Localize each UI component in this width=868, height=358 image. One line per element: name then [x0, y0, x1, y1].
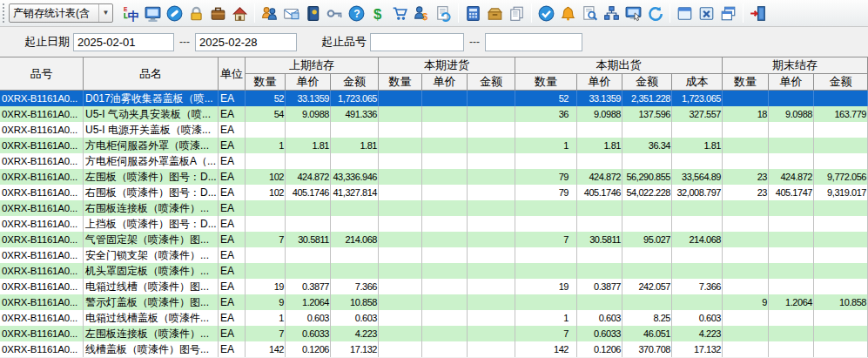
toolbar-grip[interactable] [2, 3, 5, 23]
column-header[interactable]: 数量 [246, 74, 286, 91]
item-name-cell: 右围板（喷漆件）图号：D... [84, 185, 219, 200]
table-row[interactable]: 0XRX-B1161A0...气管固定架（喷漆件）图...EA730.58112… [0, 232, 868, 247]
column-header[interactable]: 单价 [769, 74, 814, 91]
column-header[interactable]: 数量 [515, 74, 577, 91]
copy-icon[interactable] [508, 4, 526, 23]
help-icon[interactable]: ? [347, 4, 366, 23]
refresh-icon[interactable] [646, 4, 664, 23]
value-cell [723, 326, 769, 341]
home-icon[interactable] [231, 4, 249, 23]
column-header[interactable]: 数量 [723, 74, 769, 91]
value-cell [331, 122, 379, 138]
unit-cell: EA [219, 91, 246, 106]
value-cell [769, 326, 814, 341]
column-header[interactable]: 单位 [219, 57, 246, 91]
date-from-input[interactable] [73, 33, 174, 51]
item-from-input[interactable] [370, 33, 464, 51]
table-row[interactable]: 0XRX-B1161A0...电箱过线槽（喷漆件）图...EA190.38777… [0, 279, 868, 294]
drawer-icon[interactable] [486, 4, 504, 23]
item-name-cell: U5-I 电源开关盖板（喷漆... [84, 122, 219, 138]
users-icon[interactable] [260, 4, 279, 23]
item-no-cell: 0XRX-B1161A0... [0, 263, 84, 279]
value-cell: 54,022.228 [622, 185, 672, 200]
doc-refresh-icon[interactable] [434, 4, 453, 23]
cart-icon[interactable] [391, 4, 409, 23]
column-header[interactable]: 品号 [0, 57, 84, 91]
mail-icon[interactable] [282, 4, 300, 23]
lock-icon[interactable] [187, 4, 205, 23]
table-row[interactable]: 0XRX-B1161A0...机头罩固定板（喷漆件）...EA [0, 263, 868, 279]
dollar-icon[interactable]: $ [369, 4, 387, 23]
svg-text:?: ? [353, 7, 360, 19]
doc-search-icon[interactable] [581, 4, 599, 23]
cascade-icon[interactable] [719, 4, 737, 23]
value-cell: 18 [723, 106, 769, 122]
close-window-icon[interactable] [697, 4, 716, 23]
column-header[interactable]: 品名 [84, 57, 219, 91]
value-cell: 1.81 [672, 138, 723, 153]
item-name-cell: 气管固定架（喷漆件）图... [84, 232, 219, 247]
value-cell [769, 153, 814, 169]
item-name-cell: 左围板（喷漆件）图号：D... [84, 169, 219, 185]
table-row[interactable]: 0XRX-B1161A0...方电柜伺服器外罩盖板A（...EA [0, 153, 868, 169]
table-row[interactable]: 0XRX-B1161A0...电箱过线槽盖板（喷漆件...EA10.6030.6… [0, 310, 868, 326]
key-icon[interactable] [326, 4, 344, 23]
value-cell [379, 200, 422, 216]
table-row[interactable]: 0XRX-B1161A0...安全门锁支架（喷漆件）...EA [0, 247, 868, 263]
item-name-cell: U5-I 气动夹具安装板（喷... [84, 106, 219, 122]
exit-icon[interactable] [749, 4, 767, 23]
table-row[interactable]: 0XRX-B1161A0...左围板（喷漆件）图号：D...EA102424.8… [0, 169, 868, 185]
column-header[interactable]: 单价 [577, 74, 622, 91]
table-row[interactable]: 0XRX-B1161A0...U5-I 电源开关盖板（喷漆...EA [0, 122, 868, 138]
table-row[interactable]: 0XRX-B1161A0...左围板连接板（喷漆件）...EA70.60334.… [0, 326, 868, 341]
value-cell: 10.858 [814, 294, 868, 310]
computer-icon[interactable] [144, 4, 162, 23]
column-header[interactable]: 单价 [422, 74, 468, 91]
table-row[interactable]: 0XRX-B1161A0...警示灯盖板（喷漆件）图...EA91.206410… [0, 294, 868, 310]
phone-icon[interactable] [165, 4, 184, 23]
table-row[interactable]: 0XRX-B1161A0...右围板连接板（喷漆件）...EA [0, 200, 868, 216]
item-no-cell: 0XRX-B1161A0... [0, 122, 84, 138]
calculator-icon[interactable] [464, 4, 482, 23]
table-row[interactable]: 0XRX-B1161A0...方电柜伺服器外罩（喷漆...EA11.811.81… [0, 138, 868, 153]
window-icon[interactable] [676, 4, 694, 23]
value-cell [723, 91, 769, 106]
value-cell: 424.872 [286, 169, 331, 185]
item-to-input[interactable] [485, 33, 582, 51]
monitor-cursor-icon[interactable] [624, 4, 643, 23]
column-header[interactable]: 数量 [379, 74, 422, 91]
value-cell: 163.779 [814, 106, 868, 122]
value-cell [246, 263, 286, 279]
value-cell: 0.603 [672, 310, 723, 326]
table-row[interactable]: 0XRX-B1161A0...线槽盖板（喷漆件）图号...EA1420.1206… [0, 341, 868, 357]
report-type-dropdown[interactable]: 产销存统计表(含 ▼ [9, 3, 113, 23]
table-row[interactable]: 0XRX-B1161A0...D017油雾收集器盖板（喷...EA5233.13… [0, 91, 868, 106]
column-header[interactable]: 金额 [622, 74, 672, 91]
value-cell [672, 122, 723, 138]
value-cell [422, 232, 468, 247]
column-header[interactable]: 金额 [468, 74, 515, 91]
user-dollar-icon[interactable]: $ [413, 4, 431, 23]
translate-icon[interactable]: E中 [122, 4, 140, 23]
column-header[interactable]: 金额 [814, 74, 868, 91]
briefcase-icon[interactable] [209, 4, 227, 23]
value-cell [577, 216, 622, 232]
sitemap-icon[interactable] [602, 4, 621, 23]
value-cell [814, 153, 868, 169]
column-header[interactable]: 金额 [331, 74, 379, 91]
item-no-cell: 0XRX-B1161A0... [0, 185, 84, 200]
toolbar-separator [531, 3, 532, 23]
table-row[interactable]: 0XRX-B1161A0...右围板（喷漆件）图号：D...EA102405.1… [0, 185, 868, 200]
value-cell [672, 153, 723, 169]
unit-cell: EA [219, 138, 246, 153]
table-row[interactable]: 0XRX-B1161A0...上挡板（喷漆件）图号：D...EA [0, 216, 868, 232]
date-to-input[interactable] [195, 33, 297, 51]
bell-icon[interactable] [559, 4, 577, 23]
notebook-icon[interactable] [304, 4, 322, 23]
column-header[interactable]: 单价 [286, 74, 331, 91]
value-cell: 9,772.056 [814, 169, 868, 185]
ok-icon[interactable] [537, 4, 555, 23]
value-cell [723, 200, 769, 216]
column-header[interactable]: 成本 [672, 74, 723, 91]
table-row[interactable]: 0XRX-B1161A0...U5-I 气动夹具安装板（喷...EA549.09… [0, 106, 868, 122]
